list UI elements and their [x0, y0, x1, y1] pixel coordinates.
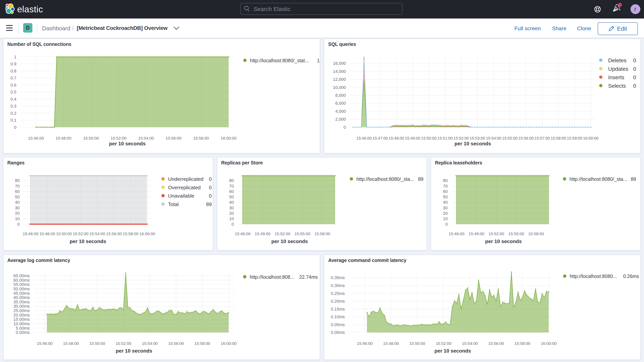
- svg-text:15:56:00: 15:56:00: [166, 136, 182, 140]
- svg-text:http://localhost:8080/_sta...: http://localhost:8080/_sta...: [570, 176, 627, 182]
- svg-text:Updates: Updates: [608, 66, 628, 72]
- svg-text:15:48:00: 15:48:00: [56, 136, 71, 140]
- svg-text:50: 50: [15, 194, 20, 199]
- svg-text:15:58:00: 15:58:00: [314, 232, 330, 236]
- svg-text:16:00:00: 16:00:00: [140, 232, 155, 236]
- svg-text:15:58:00: 15:58:00: [194, 341, 210, 346]
- svg-text:60.00ms: 60.00ms: [14, 278, 30, 282]
- svg-text:15:50:00: 15:50:00: [409, 341, 425, 346]
- svg-text:15:48:00: 15:48:00: [389, 136, 404, 140]
- svg-text:Overreplicated: Overreplicated: [168, 185, 201, 190]
- svg-text:http://localhost:8080...: http://localhost:8080...: [570, 274, 617, 279]
- svg-text:0.2: 0.2: [10, 111, 16, 116]
- svg-text:Underreplicated: Underreplicated: [168, 176, 204, 182]
- svg-text:Selects: Selects: [608, 83, 626, 89]
- svg-text:0: 0: [209, 176, 212, 182]
- svg-text:http://localhost:808...: http://localhost:808...: [250, 274, 294, 280]
- svg-text:15:46:00: 15:46:00: [449, 232, 464, 236]
- svg-text:55.00ms: 55.00ms: [14, 282, 30, 287]
- svg-text:15:53:00: 15:53:00: [470, 136, 485, 140]
- svg-text:15:57:00: 15:57:00: [534, 136, 550, 140]
- svg-text:35.00ms: 35.00ms: [14, 300, 30, 304]
- svg-text:15:50:00: 15:50:00: [83, 136, 99, 140]
- svg-text:30: 30: [229, 206, 234, 210]
- svg-text:80: 80: [15, 178, 20, 183]
- svg-text:40: 40: [443, 200, 448, 205]
- svg-text:0.15ms: 0.15ms: [331, 307, 345, 312]
- svg-text:16:00:00: 16:00:00: [541, 341, 557, 346]
- svg-text:10.00ms: 10.00ms: [14, 321, 30, 326]
- svg-text:15:50:00: 15:50:00: [89, 341, 105, 346]
- svg-text:15:46:00: 15:46:00: [23, 232, 38, 236]
- svg-text:20: 20: [229, 211, 234, 216]
- svg-text:70: 70: [229, 184, 234, 188]
- svg-text:0.1: 0.1: [10, 118, 16, 122]
- svg-text:15:47:00: 15:47:00: [372, 136, 388, 140]
- svg-text:per 10 seconds: per 10 seconds: [116, 348, 152, 354]
- svg-text:0.5: 0.5: [10, 90, 16, 94]
- svg-text:10,000: 10,000: [333, 85, 346, 90]
- svg-text:40: 40: [229, 200, 234, 205]
- svg-text:15:54:00: 15:54:00: [138, 136, 154, 140]
- svg-text:15:50:00: 15:50:00: [56, 232, 72, 236]
- svg-text:0: 0: [633, 74, 636, 80]
- svg-text:15:49:00: 15:49:00: [405, 136, 420, 140]
- svg-text:0.30ms: 0.30ms: [331, 283, 345, 288]
- svg-text:60: 60: [229, 189, 234, 194]
- svg-text:15:50:00: 15:50:00: [421, 136, 436, 140]
- svg-text:0.20ms: 0.20ms: [331, 299, 345, 304]
- svg-text:89: 89: [418, 176, 424, 182]
- svg-text:20: 20: [443, 211, 448, 216]
- svg-text:0.10ms: 0.10ms: [331, 314, 345, 319]
- svg-text:0: 0: [14, 125, 16, 130]
- svg-text:80: 80: [443, 178, 448, 183]
- svg-text:0.25ms: 0.25ms: [331, 291, 345, 296]
- svg-text:0: 0: [209, 185, 212, 190]
- svg-text:http://localhost:8080/_stat...: http://localhost:8080/_stat...: [250, 58, 309, 63]
- svg-text:15:49:00: 15:49:00: [468, 232, 484, 236]
- svg-text:0: 0: [633, 58, 636, 64]
- svg-text:0.26ms: 0.26ms: [623, 274, 639, 279]
- svg-text:15:48:00: 15:48:00: [39, 232, 55, 236]
- svg-text:70: 70: [15, 184, 20, 188]
- svg-text:15:56:00: 15:56:00: [106, 232, 122, 236]
- svg-text:16:00:00: 16:00:00: [583, 136, 598, 140]
- svg-text:15:52:00: 15:52:00: [73, 232, 88, 236]
- svg-text:15:54:00: 15:54:00: [486, 136, 501, 140]
- svg-text:0: 0: [17, 222, 20, 227]
- svg-text:50: 50: [443, 194, 448, 199]
- svg-text:per 10 seconds: per 10 seconds: [70, 238, 106, 244]
- svg-text:20.00ms: 20.00ms: [14, 313, 30, 318]
- svg-text:15:59:00: 15:59:00: [567, 136, 582, 140]
- svg-text:15:52:00: 15:52:00: [111, 136, 126, 140]
- svg-text:50.00ms: 50.00ms: [14, 286, 30, 291]
- svg-text:per 10 seconds: per 10 seconds: [434, 348, 471, 354]
- svg-text:40.00ms: 40.00ms: [14, 295, 30, 300]
- svg-text:25.00ms: 25.00ms: [14, 308, 30, 313]
- svg-text:8,000: 8,000: [335, 93, 346, 98]
- svg-text:15:58:00: 15:58:00: [514, 341, 530, 346]
- svg-text:15:58:00: 15:58:00: [193, 136, 209, 140]
- svg-text:15:58:00: 15:58:00: [123, 232, 139, 236]
- svg-text:16,000: 16,000: [333, 61, 346, 66]
- svg-text:per 10 seconds: per 10 seconds: [454, 141, 491, 146]
- svg-text:30: 30: [15, 206, 20, 210]
- svg-text:16:00:00: 16:00:00: [221, 136, 236, 140]
- svg-text:40: 40: [15, 200, 20, 205]
- svg-text:60: 60: [15, 189, 20, 194]
- svg-text:5.00ms: 5.00ms: [16, 326, 30, 330]
- svg-text:0.35ms: 0.35ms: [331, 275, 345, 280]
- svg-text:15:56:00: 15:56:00: [488, 341, 504, 346]
- svg-text:15.00ms: 15.00ms: [14, 317, 30, 322]
- svg-text:15:54:00: 15:54:00: [462, 341, 478, 346]
- svg-text:0.4: 0.4: [10, 97, 16, 102]
- svg-text:15:58:00: 15:58:00: [551, 136, 566, 140]
- svg-text:0.8: 0.8: [10, 68, 16, 74]
- svg-text:70: 70: [443, 184, 448, 188]
- svg-text:14,000: 14,000: [333, 69, 346, 74]
- svg-text:6,000: 6,000: [335, 101, 346, 106]
- svg-text:12,000: 12,000: [333, 77, 346, 82]
- svg-text:0: 0: [633, 83, 636, 89]
- svg-text:10: 10: [443, 216, 448, 221]
- svg-text:15:52:00: 15:52:00: [454, 136, 469, 140]
